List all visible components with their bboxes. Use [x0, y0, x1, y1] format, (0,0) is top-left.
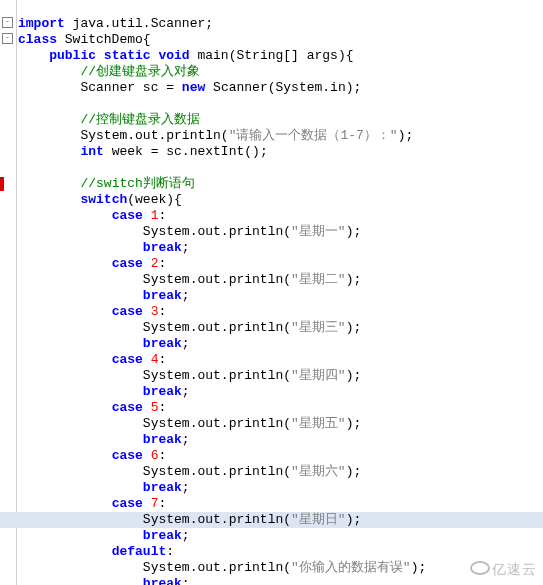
watermark: 亿速云 — [470, 560, 537, 579]
line: break; — [18, 576, 190, 585]
line: case 1: — [18, 208, 166, 223]
line: System.out.println("请输入一个数据（1-7）："); — [18, 128, 413, 143]
line: //switch判断语句 — [18, 176, 195, 191]
fold-class-icon[interactable]: - — [2, 17, 13, 28]
line: switch(week){ — [18, 192, 182, 207]
code-area: import java.util.Scanner; class SwitchDe… — [18, 0, 543, 585]
line: break; — [18, 336, 190, 351]
line: System.out.println("星期四"); — [18, 368, 361, 383]
line: break; — [18, 480, 190, 495]
fold-method-icon[interactable]: - — [2, 33, 13, 44]
line: case 5: — [18, 400, 166, 415]
line: case 4: — [18, 352, 166, 367]
line: case 2: — [18, 256, 166, 271]
line: case 6: — [18, 448, 166, 463]
line: System.out.println("星期二"); — [18, 272, 361, 287]
line — [18, 160, 26, 175]
line: System.out.println("星期六"); — [18, 464, 361, 479]
line: import java.util.Scanner; — [18, 16, 213, 31]
line: default: — [18, 544, 174, 559]
line: break; — [18, 432, 190, 447]
watermark-text: 亿速云 — [492, 561, 537, 577]
highlighted-line: System.out.println("星期日"); — [0, 512, 543, 528]
line: //控制键盘录入数据 — [18, 112, 200, 127]
line: case 7: — [18, 496, 166, 511]
line: case 3: — [18, 304, 166, 319]
fold-gutter: - - — [0, 0, 17, 585]
watermark-logo-icon — [470, 561, 490, 575]
line: System.out.println("你输入的数据有误"); — [18, 560, 426, 575]
line: //创建键盘录入对象 — [18, 64, 200, 79]
line: break; — [18, 240, 190, 255]
error-marker-icon — [0, 177, 4, 191]
line: Scanner sc = new Scanner(System.in); — [18, 80, 361, 95]
line: System.out.println("星期一"); — [18, 224, 361, 239]
line: break; — [18, 288, 190, 303]
line: class SwitchDemo{ — [18, 32, 151, 47]
line: int week = sc.nextInt(); — [18, 144, 268, 159]
line: break; — [18, 528, 190, 543]
line — [18, 96, 26, 111]
line: break; — [18, 384, 190, 399]
line: System.out.println("星期五"); — [18, 416, 361, 431]
line: public static void main(String[] args){ — [18, 48, 354, 63]
line: System.out.println("星期三"); — [18, 320, 361, 335]
